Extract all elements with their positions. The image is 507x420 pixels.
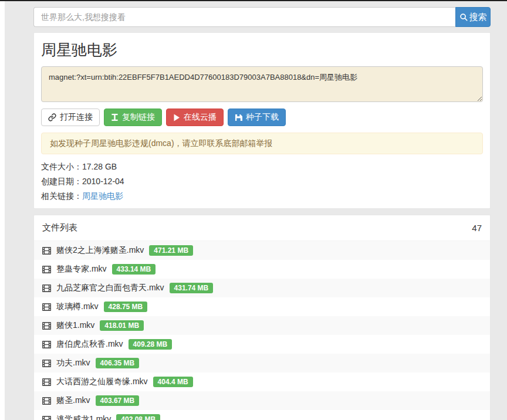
file-name: 整蛊专家.mkv — [56, 264, 107, 275]
action-buttons: 打开连接 复制链接 在线云播 种子下载 — [41, 109, 483, 126]
film-icon — [42, 303, 51, 311]
file-row: 功夫.mkv 406.35 MB — [34, 354, 490, 372]
file-size-badge: 409.28 MB — [129, 339, 173, 350]
file-row: 九品芝麻官之白面包青天.mkv 431.74 MB — [34, 279, 490, 297]
floppy-save-icon — [235, 114, 242, 121]
torrent-meta: 文件大小：17.28 GB 创建日期：2010-12-04 相关链接：周星驰电影 — [41, 160, 483, 204]
create-date-value: 2010-12-04 — [82, 177, 124, 186]
file-row: 逃学威龙1.mkv 402.08 MB — [34, 410, 490, 420]
page-title: 周星驰电影 — [41, 40, 483, 59]
copy-link-label: 复制链接 — [122, 112, 155, 123]
related-link[interactable]: 周星驰电影 — [82, 191, 123, 201]
related-link-label: 相关链接： — [41, 191, 82, 201]
film-icon — [42, 247, 51, 255]
file-size-badge: 433.14 MB — [112, 264, 156, 275]
file-name: 功夫.mkv — [56, 358, 90, 368]
file-name: 赌侠1.mkv — [56, 320, 94, 331]
file-list-header: 文件列表 47 — [34, 215, 490, 241]
film-icon — [42, 416, 51, 420]
film-icon — [42, 284, 51, 292]
link-icon — [48, 113, 56, 121]
file-size-value: 17.28 GB — [82, 162, 117, 171]
file-row: 赌圣.mkv 403.67 MB — [34, 391, 490, 410]
torrent-download-button[interactable]: 种子下载 — [228, 109, 286, 126]
file-row: 大话西游之仙履奇缘.mkv 404.4 MB — [34, 372, 490, 391]
cloud-play-button[interactable]: 在线云播 — [166, 109, 224, 126]
file-size-badge: 418.01 MB — [100, 320, 144, 331]
file-name: 逃学威龙1.mkv — [56, 414, 111, 420]
file-row: 唐伯虎点秋香.mkv 409.28 MB — [34, 335, 490, 354]
file-size-badge: 402.08 MB — [116, 414, 160, 420]
create-date-label: 创建日期： — [41, 177, 82, 186]
file-row: 赌侠1.mkv 418.01 MB — [34, 316, 490, 335]
file-name: 大话西游之仙履奇缘.mkv — [56, 377, 148, 387]
file-size-badge: 406.35 MB — [96, 358, 140, 368]
open-link-label: 打开连接 — [60, 112, 93, 123]
file-row: 整蛊专家.mkv 433.14 MB — [34, 260, 490, 279]
file-count: 47 — [472, 223, 482, 233]
file-name: 唐伯虎点秋香.mkv — [56, 339, 123, 350]
related-link-line: 相关链接：周星驰电影 — [41, 189, 483, 204]
search-icon — [459, 13, 468, 22]
file-name: 九品芝麻官之白面包青天.mkv — [56, 283, 164, 293]
file-size-badge: 431.74 MB — [170, 283, 214, 293]
film-icon — [42, 397, 51, 405]
copy-link-button[interactable]: 复制链接 — [104, 109, 162, 126]
file-row: 赌侠2之上海滩赌圣.mkv 471.21 MB — [34, 241, 490, 260]
film-icon — [42, 341, 51, 348]
file-size-badge: 403.67 MB — [96, 395, 140, 406]
file-list-title: 文件列表 — [42, 222, 77, 233]
search-input[interactable] — [33, 7, 455, 27]
file-size-line: 文件大小：17.28 GB — [41, 160, 483, 174]
film-icon — [42, 266, 51, 273]
file-list: 赌侠2之上海滩赌圣.mkv 471.21 MB 整蛊专家.mkv 433.14 … — [34, 241, 490, 420]
magnet-link-textarea[interactable]: magnet:?xt=urn:btih:22EBFF5F7B1AEDD4D776… — [41, 66, 483, 102]
page: 搜索 周星驰电影 magnet:?xt=urn:btih:22EBFF5F7B1… — [33, 0, 491, 420]
file-size-badge: 404.4 MB — [153, 377, 193, 387]
search-bar: 搜索 — [33, 7, 491, 27]
file-size-badge: 471.21 MB — [149, 245, 193, 256]
open-link-button[interactable]: 打开连接 — [41, 109, 100, 126]
file-name: 玻璃樽.mkv — [56, 302, 99, 312]
file-name: 赌侠2之上海滩赌圣.mkv — [56, 245, 144, 256]
search-button-label: 搜索 — [469, 12, 487, 23]
window-top-border — [0, 0, 507, 1]
file-size-badge: 428.75 MB — [104, 302, 148, 312]
text-cursor-icon — [111, 113, 119, 121]
search-button[interactable]: 搜索 — [455, 7, 491, 27]
create-date-line: 创建日期：2010-12-04 — [41, 174, 483, 189]
dmca-warning: 如发现种子周星驰电影违规(dmca)，请立即联系底部邮箱举报 — [41, 133, 483, 154]
film-icon — [42, 322, 51, 330]
torrent-download-label: 种子下载 — [246, 112, 279, 123]
torrent-detail-card: 周星驰电影 magnet:?xt=urn:btih:22EBFF5F7B1AED… — [33, 32, 491, 209]
cloud-play-label: 在线云播 — [184, 112, 217, 123]
left-margin-strip — [0, 1, 5, 420]
file-list-card: 文件列表 47 赌侠2之上海滩赌圣.mkv 471.21 MB 整蛊专家.mkv… — [33, 215, 491, 420]
file-name: 赌圣.mkv — [56, 395, 90, 406]
file-row: 玻璃樽.mkv 428.75 MB — [34, 297, 490, 316]
file-size-label: 文件大小： — [41, 162, 82, 171]
film-icon — [42, 360, 51, 367]
film-icon — [42, 378, 51, 386]
play-icon — [173, 114, 180, 121]
